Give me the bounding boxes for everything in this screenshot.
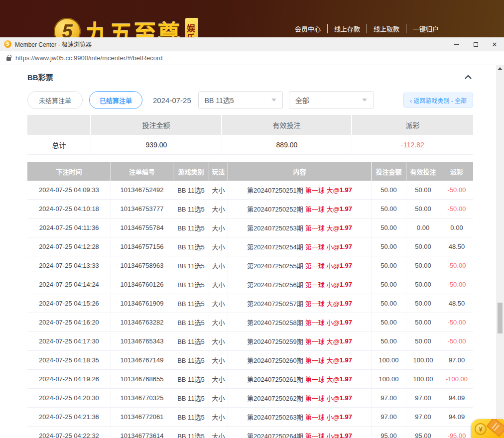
cell-valid-bet: 100.00 xyxy=(406,370,440,389)
bet-period: 第202407250264期 xyxy=(247,431,303,438)
close-icon: ✕ xyxy=(492,41,498,48)
banner-nav: 会员中心 线上存款 线上取款 一键归户 xyxy=(288,24,445,33)
page-content: BB彩票 未结算注单 已结算注单 2024-07-25 BB 11选5 全部 ‹… xyxy=(0,65,504,438)
cell-payout: -50.00 xyxy=(440,181,473,200)
game-select[interactable]: BB 11选5 xyxy=(198,91,283,109)
close-button[interactable]: ✕ xyxy=(485,37,504,51)
browser-titlebar: 5 Member Center - 极速浏览器 ✕ xyxy=(0,37,504,51)
bet-odds: 1.97 xyxy=(340,337,352,345)
cell-game-type: BB 11选5 xyxy=(173,389,209,408)
cell-payout: 48.50 xyxy=(440,294,473,313)
bet-table-row: 2024-07-25 04:21:36 101346772061 BB 11选5… xyxy=(27,408,473,427)
bet-period: 第202407250255期 xyxy=(247,261,303,270)
bet-pick: 第一球 大@ xyxy=(305,185,340,195)
cell-bet-time: 2024-07-25 04:21:36 xyxy=(27,408,111,427)
bet-pick: 第一球 大@ xyxy=(305,374,340,384)
cell-payout: 97.00 xyxy=(440,351,473,370)
filter-select[interactable]: 全部 xyxy=(289,91,374,109)
filter-select-value: 全部 xyxy=(295,95,309,105)
page-scrollbar[interactable] xyxy=(496,65,504,438)
bet-period: 第202407250258期 xyxy=(247,318,303,327)
browser-favicon-icon: 5 xyxy=(4,40,11,48)
back-to-category-button[interactable]: ‹ 返回游戏类别 - 全部 xyxy=(403,93,473,108)
nav-one-key-transfer[interactable]: 一键归户 xyxy=(406,24,445,33)
logo-badge-icon: 5 xyxy=(54,18,81,37)
bet-odds: 1.97 xyxy=(340,413,352,421)
cell-valid-bet: 50.00 xyxy=(406,313,440,332)
cell-game-type: BB 11选5 xyxy=(173,181,209,200)
panel-title: BB彩票 xyxy=(27,72,53,82)
bet-odds: 1.97 xyxy=(340,262,352,269)
cell-bet-id: 101346768655 xyxy=(111,370,173,389)
panel-header: BB彩票 xyxy=(27,65,473,87)
cell-content: 第202407250264期第一球 小@1.97 xyxy=(228,427,372,438)
col-payout: 派彩 xyxy=(440,162,473,181)
cell-bet-amount: 50.00 xyxy=(372,294,406,313)
cell-bet-time: 2024-07-25 04:09:33 xyxy=(27,181,111,200)
bet-pick: 第一球 小@ xyxy=(305,318,340,327)
cell-bet-amount: 50.00 xyxy=(372,237,406,256)
bet-table-row: 2024-07-25 04:15:26 101346761909 BB 11选5… xyxy=(27,294,473,313)
cell-bet-amount: 100.00 xyxy=(372,351,406,370)
bet-pick: 第一球 大@ xyxy=(305,204,340,214)
bet-period: 第202407250253期 xyxy=(247,223,303,232)
cell-play-type: 大小 xyxy=(209,332,228,351)
summary-total-row: 总计 939.00 889.00 -112.82 xyxy=(27,135,473,155)
filter-bar: 未结算注单 已结算注单 2024-07-25 BB 11选5 全部 ‹ 返回游戏… xyxy=(27,91,473,109)
cell-payout: -50.00 xyxy=(440,200,473,219)
cell-play-type: 大小 xyxy=(209,237,228,256)
summary-header-valid: 有效投注 xyxy=(222,115,352,135)
cell-play-type: 大小 xyxy=(209,256,228,275)
collapse-button[interactable] xyxy=(463,73,473,81)
cell-bet-time: 2024-07-25 04:18:35 xyxy=(27,351,111,370)
cell-content: 第202407250256期第一球 小@1.97 xyxy=(228,275,372,294)
col-play-type: 玩法 xyxy=(209,162,228,181)
cell-bet-id: 101346755784 xyxy=(111,219,173,237)
tab-unsettled-bets[interactable]: 未结算注单 xyxy=(27,91,83,109)
cell-play-type: 大小 xyxy=(209,408,228,427)
bet-period: 第202407250260期 xyxy=(247,355,303,365)
cell-play-type: 大小 xyxy=(209,370,228,389)
col-content: 内容 xyxy=(228,162,372,181)
nav-member-center[interactable]: 会员中心 xyxy=(288,24,327,33)
cell-bet-id: 101346752492 xyxy=(111,181,173,200)
logo-vertical-badge: 娱乐城 xyxy=(185,18,198,37)
bet-odds: 1.97 xyxy=(340,356,352,364)
cell-game-type: BB 11选5 xyxy=(173,351,209,370)
browser-urlbar[interactable]: https://www.jw05.cc:9900/infe/mcenter/#/… xyxy=(0,51,504,65)
cell-payout: -50.00 xyxy=(440,275,473,294)
site-logo: 5 九五至尊 娱乐城 xyxy=(54,5,198,37)
bet-table-row: 2024-07-25 04:16:20 101346763282 BB 11选5… xyxy=(27,313,473,332)
col-bet-id: 注单编号 xyxy=(111,162,173,181)
cell-bet-time: 2024-07-25 04:11:36 xyxy=(27,219,111,237)
cell-play-type: 大小 xyxy=(209,427,228,438)
cell-content: 第202407250254期第一球 小@1.97 xyxy=(228,237,372,256)
nav-online-deposit[interactable]: 线上存款 xyxy=(327,24,367,33)
url-text[interactable]: https://www.jw05.cc:9900/infe/mcenter/#/… xyxy=(15,54,163,62)
col-bet-amount: 投注金额 xyxy=(372,162,406,181)
window-title: Member Center - 极速浏览器 xyxy=(15,40,92,48)
cell-valid-bet: 0.00 xyxy=(406,219,440,237)
minimize-button[interactable] xyxy=(447,37,466,51)
tab-settled-bets[interactable]: 已结算注单 xyxy=(89,91,142,109)
scroll-up-icon[interactable] xyxy=(498,67,503,70)
cell-game-type: BB 11选5 xyxy=(173,370,209,389)
cell-valid-bet: 97.00 xyxy=(406,408,440,427)
bet-table-row: 2024-07-25 04:18:35 101346767149 BB 11选5… xyxy=(27,351,473,370)
cell-bet-id: 101346760126 xyxy=(111,275,173,294)
bet-period: 第202407250261期 xyxy=(247,374,303,384)
maximize-button[interactable] xyxy=(466,37,485,51)
date-picker[interactable]: 2024-07-25 xyxy=(153,96,191,105)
cell-bet-amount: 50.00 xyxy=(372,219,406,237)
cell-game-type: BB 11选5 xyxy=(173,427,209,438)
cell-play-type: 大小 xyxy=(209,181,228,200)
cell-play-type: 大小 xyxy=(209,294,228,313)
scrollbar-thumb[interactable] xyxy=(498,303,503,333)
nav-online-withdraw[interactable]: 线上取款 xyxy=(367,24,406,33)
bet-table-row: 2024-07-25 04:22:32 101346773614 BB 11选5… xyxy=(27,427,473,438)
promo-money-widget[interactable]: ¥ xyxy=(471,419,504,438)
cell-content: 第202407250255期第一球 小@1.97 xyxy=(228,256,372,275)
col-game-type: 游戏类别 xyxy=(173,162,209,181)
cell-game-type: BB 11选5 xyxy=(173,408,209,427)
cell-payout: -100.00 xyxy=(440,370,473,389)
